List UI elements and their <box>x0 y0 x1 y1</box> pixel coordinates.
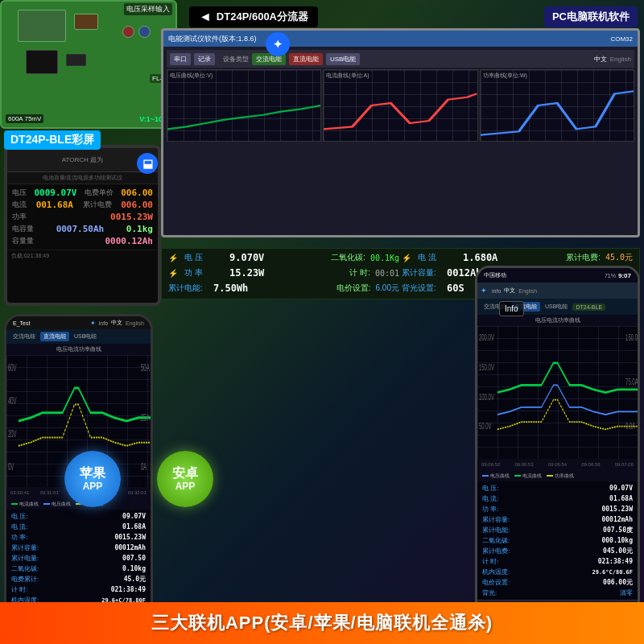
android-tab-dt24[interactable]: DT24-BLE <box>572 303 605 311</box>
android-info-tab[interactable]: info <box>492 288 501 294</box>
main-container: 电压采样输入 600A 75mV V:1~100V FL-19 DT24P-BL… <box>0 0 644 644</box>
bluetooth-icon-top: ✦ <box>266 32 290 56</box>
pc-software-area: 电能测试仪软件(版本:1.8.6) COM32 串口 记录 设备类型 交流电能 … <box>161 28 640 237</box>
rd-current-row: ⚡ 电 流 1.680A 累计电费: 45.0元 <box>402 252 633 263</box>
device-v-label: 电压 <box>12 188 27 198</box>
android-price-label: 电价设置: <box>482 578 510 587</box>
apple-app-circle: 苹果 APP <box>64 451 121 507</box>
android-zero-btn[interactable]: 清零 <box>620 588 633 597</box>
bottom-banner: 三大联机APP(安卓/苹果/电脑联机全通杀) <box>0 602 644 644</box>
android-fee-value: 045.00元 <box>603 547 633 555</box>
iphone-status-icons: ✦ info 中文 English <box>90 319 144 327</box>
android-temp-row: 机内温度: 29.6°C/80.6F <box>482 568 633 576</box>
svg-text:150.0A: 150.0A <box>625 332 638 342</box>
svg-text:0A: 0A <box>141 461 147 473</box>
pc-record-btn[interactable]: 记录 <box>194 53 215 65</box>
device-price-value: 006.00 <box>121 188 153 198</box>
rd-price-value: 6.00元 <box>376 283 399 294</box>
iphone-energy-label: 累计电量: <box>11 554 39 563</box>
android-status-right: 71% 9:07 <box>605 272 631 279</box>
svg-text:50.0V: 50.0V <box>479 421 492 431</box>
device-ah-value: 0007.50Ah <box>56 224 105 234</box>
android-a-label: 电 流: <box>482 494 498 503</box>
info-badge[interactable]: Info <box>499 301 524 316</box>
iphone-info-tab[interactable]: info <box>99 320 108 326</box>
android-legend-w-dot <box>547 475 553 477</box>
iphone-co2-value: 0.10kg <box>122 565 146 572</box>
rd-energy-label: 累计电能: <box>168 283 208 294</box>
android-time-4: 09:06:56 <box>581 462 600 467</box>
pc-label-text: PC电脑联机软件 <box>552 10 630 24</box>
apple-app-name: 苹果 <box>80 465 105 481</box>
android-fee-label: 累计电费: <box>482 547 510 555</box>
svg-text:75.0A: 75.0A <box>625 377 638 386</box>
pc-lang-cn[interactable]: 中文 <box>594 55 607 64</box>
android-time-3: 09:06:54 <box>548 462 567 467</box>
iphone-energy-row: 累计电量: 007.50 <box>11 554 146 563</box>
iphone-tab-ac[interactable]: 交流电能 <box>10 332 39 341</box>
time-5: 03:32:01 <box>128 490 147 495</box>
device-current-row: 电流 001.68A 累计电费 006.00 <box>12 200 153 210</box>
device-acc-value: 006.00 <box>121 200 153 210</box>
iphone-fee-value: 45.0元 <box>124 575 146 584</box>
iphone-a-value: 01.68A <box>122 523 146 530</box>
android-cn-tab[interactable]: 中文 <box>504 287 515 295</box>
android-time-data-row: 计 时: 021:38:49 <box>482 557 633 566</box>
svg-text:0.0A: 0.0A <box>625 421 635 431</box>
device-a-value: 001.68A <box>36 200 73 210</box>
iphone-data-list: 电 压: 09.07V 电 流: 01.68A 功 率: 0015.23W 累计… <box>6 510 151 617</box>
android-price-row: 电价设置: 006.00元 <box>482 578 633 587</box>
iphone-time-row: 计 时: 021:38:49 <box>11 585 146 594</box>
pc-lang-en[interactable]: English <box>610 56 631 63</box>
android-legend-v-text: 电压曲线 <box>490 473 510 480</box>
android-app-name: 安卓 <box>172 465 198 481</box>
iphone-cap-row: 累计容量: 00012mAh <box>11 543 146 552</box>
android-price-value: 006.00元 <box>603 578 633 587</box>
legend-current-text: 电流曲线 <box>19 501 39 508</box>
device-cap-value: 0000.12Ah <box>105 236 153 246</box>
iphone-cap-value: 00012mAh <box>114 544 146 551</box>
device-w-label: 功率 <box>12 212 27 222</box>
android-energy-value: 007.50度 <box>603 526 633 535</box>
android-fee-row: 累计电费: 045.00元 <box>482 547 633 555</box>
android-tab-usb[interactable]: USB电能 <box>542 302 571 312</box>
device-brand: ATORCH 超为 <box>62 155 103 164</box>
iphone-tab-usb[interactable]: USB电能 <box>71 332 100 341</box>
android-screen: 中国移动 71% 9:07 ✦ info 中文 English 交流电能 直流电… <box>477 268 638 617</box>
iphone-cn-tab[interactable]: 中文 <box>111 319 122 327</box>
rd-power-row: ⚡ 功 率 15.23W 计 时: 00:01 <box>168 267 399 279</box>
svg-text:200.0V: 200.0V <box>479 332 494 342</box>
android-battery: 71% <box>605 273 616 279</box>
rd-bl-label: 背光设置: <box>402 283 442 294</box>
iphone-tab-dc[interactable]: 直流电能 <box>40 332 69 341</box>
pc-type-dc[interactable]: 直流电能 <box>289 53 323 65</box>
device-readings: 电压 0009.07V 电费单价 006.00 电流 001.68A 累计电费 … <box>7 184 158 250</box>
android-legend-v: 电压曲线 <box>482 473 510 480</box>
rd-co2-value: 00.1Kg <box>370 254 399 262</box>
iphone-time-label: 计 时: <box>11 585 27 594</box>
svg-text:150.0V: 150.0V <box>479 362 494 372</box>
android-legend-w: 功率曲线 <box>547 473 574 480</box>
rd-fee-label: 累计电费: <box>566 252 601 263</box>
pc-open-btn[interactable]: 串口 <box>170 53 191 65</box>
pc-toolbar: 串口 记录 设备类型 交流电能 直流电能 USB电能 中文 English <box>167 50 634 68</box>
android-temp-label: 机内温度: <box>482 568 510 576</box>
android-cap-row: 累计容量: 00012mAh <box>482 515 633 524</box>
android-temp-value: 29.6°C/80.6F <box>592 569 633 576</box>
rd-a-label: 电 流 <box>418 252 458 263</box>
bottom-banner-text: 三大联机APP(安卓/苹果/电脑联机全通杀) <box>151 611 493 635</box>
device-a-label: 电流 <box>12 200 27 210</box>
iphone-cap-label: 累计容量: <box>11 543 39 552</box>
iphone-en-tab[interactable]: English <box>126 320 144 326</box>
device-header: ATORCH 超为 <box>7 148 158 172</box>
apple-app-label: 苹果 APP <box>64 451 121 507</box>
android-en-tab[interactable]: English <box>518 288 537 294</box>
device-acc-label: 累计电费 <box>83 200 112 210</box>
iphone-app-name: E_Test <box>13 320 30 326</box>
pc-charts-row: 电压曲线(单位:V) 电流曲线(单位:A) 功率曲线(单位:W) <box>167 69 634 142</box>
device-v-value: 0009.07V <box>34 188 76 198</box>
android-tab-bar: ✦ info 中文 English <box>477 283 638 299</box>
android-chart-title: 电压电流功率曲线 <box>477 315 638 326</box>
device-power-row: 功率 0015.23W <box>12 212 153 222</box>
pc-type-usb[interactable]: USB电能 <box>326 53 360 65</box>
